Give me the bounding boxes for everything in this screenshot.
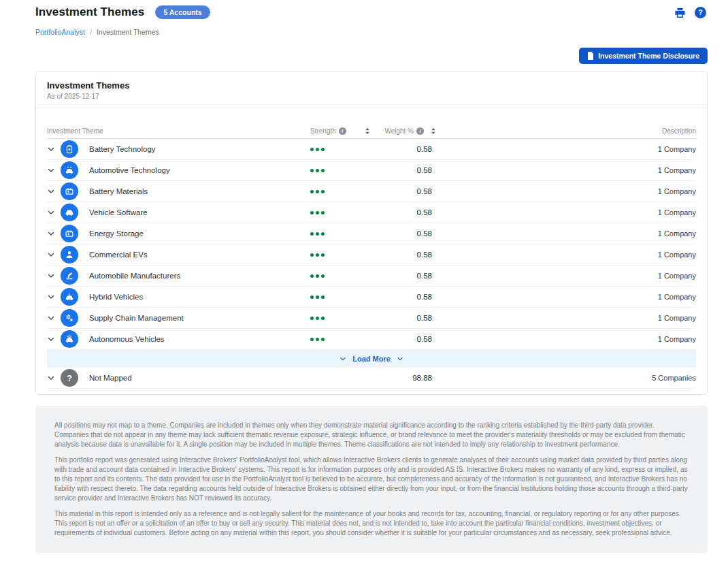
- description-value: 1 Company: [436, 145, 696, 153]
- strength-dot: [321, 169, 325, 172]
- sort-weight-icon[interactable]: [431, 127, 436, 135]
- chevron-down-icon[interactable]: [47, 145, 61, 153]
- table-row[interactable]: Battery Materials 0.58 1 Company: [47, 181, 696, 202]
- table-row[interactable]: Battery Technology 0.58 1 Company: [47, 139, 696, 160]
- strength-dots: [310, 274, 371, 278]
- strength-dot: [321, 274, 325, 278]
- weight-info-icon[interactable]: i: [416, 127, 424, 135]
- strength-dot: [316, 317, 319, 320]
- document-icon: [587, 52, 594, 60]
- chevron-down-icon[interactable]: [47, 187, 61, 195]
- ev-charger-icon: [61, 140, 78, 158]
- description-value: 1 Company: [436, 251, 696, 259]
- strength-dot: [316, 169, 319, 172]
- table-row[interactable]: Supply Chain Management 0.58 1 Company: [47, 308, 696, 329]
- weight-value: 0.58: [371, 187, 436, 195]
- portfolio-analyst-page: Investment Themes 5 Accounts ? Portfolio…: [0, 0, 728, 561]
- strength-dot: [310, 253, 314, 257]
- table-row[interactable]: Energy Storage 0.58 1 Company: [47, 223, 696, 244]
- as-of-date: As of 2025-12-17: [47, 93, 696, 100]
- strength-dots: [310, 232, 371, 236]
- strength-dots: [310, 317, 371, 320]
- strength-dot: [310, 317, 314, 320]
- disclaimer-text: All positions may not map to a theme. Co…: [35, 406, 708, 553]
- description-value: 1 Company: [436, 335, 696, 343]
- strength-dots: [310, 190, 371, 193]
- strength-dots: [310, 253, 371, 257]
- strength-dot: [321, 190, 325, 193]
- breadcrumb: PortfolioAnalyst / Investment Themes: [35, 28, 708, 36]
- chevron-down-icon[interactable]: [47, 293, 61, 301]
- table-header-row: Investment Theme Strength i Weight % i: [47, 123, 696, 139]
- sort-strength-icon[interactable]: [365, 127, 370, 135]
- strength-dot: [321, 211, 325, 214]
- investment-themes-card: Investment Themes As of 2025-12-17 Inves…: [35, 71, 708, 395]
- theme-name: Battery Technology: [84, 145, 310, 153]
- strength-dot: [310, 295, 314, 299]
- strength-dot: [316, 232, 319, 236]
- column-header-theme: Investment Theme: [47, 127, 310, 135]
- table-row[interactable]: Commercial EVs 0.58 1 Company: [47, 244, 696, 266]
- weight-value: 0.58: [371, 293, 436, 301]
- weight-value: 98.88: [371, 374, 436, 382]
- table-body: Battery Technology 0.58 1 Company Automo…: [47, 139, 696, 350]
- chevron-down-icon[interactable]: [47, 208, 61, 217]
- page-header: Investment Themes 5 Accounts ?: [35, 5, 708, 19]
- strength-dot: [310, 190, 314, 193]
- chevron-down-icon: [340, 355, 346, 362]
- breadcrumb-portfolioanalyst-link[interactable]: PortfolioAnalyst: [35, 28, 85, 36]
- description-value: 1 Company: [436, 293, 696, 301]
- chevron-down-icon[interactable]: [47, 229, 61, 238]
- help-icon[interactable]: ?: [695, 7, 706, 18]
- chevron-down-icon[interactable]: [47, 335, 61, 343]
- strength-dot: [321, 338, 325, 341]
- chevron-down-icon[interactable]: [47, 166, 61, 174]
- chevron-down-icon[interactable]: [47, 314, 61, 322]
- table-row[interactable]: Automobile Manufacturers 0.58 1 Company: [47, 266, 696, 287]
- load-more-button[interactable]: Load More: [47, 350, 696, 368]
- strength-dot: [316, 148, 319, 151]
- description-value: 1 Company: [436, 187, 696, 195]
- disclaimer-paragraph: All positions may not map to a theme. Co…: [54, 421, 689, 449]
- strength-dot: [310, 148, 314, 151]
- table-row[interactable]: Hybrid Vehicles 0.58 1 Company: [47, 287, 696, 308]
- strength-dot: [310, 232, 314, 236]
- weight-value: 0.58: [371, 145, 436, 153]
- strength-dot: [321, 253, 325, 257]
- chevron-down-icon: [397, 355, 403, 362]
- theme-name: Hybrid Vehicles: [84, 293, 310, 301]
- chevron-down-icon[interactable]: [47, 251, 61, 259]
- theme-name: Energy Storage: [84, 229, 310, 238]
- table-row[interactable]: Automotive Technology 0.58 1 Company: [47, 160, 696, 181]
- chevron-down-icon[interactable]: [47, 374, 61, 382]
- weight-value: 0.58: [371, 314, 436, 322]
- theme-name: Automobile Manufacturers: [84, 272, 310, 280]
- description-value: 5 Companies: [436, 374, 696, 382]
- chevron-down-icon[interactable]: [47, 272, 61, 280]
- card-title: Investment Themes: [47, 80, 696, 91]
- autonomous-car-icon: [61, 330, 78, 348]
- not-mapped-row[interactable]: ? Not Mapped 98.88 5 Companies: [47, 368, 696, 389]
- accounts-badge[interactable]: 5 Accounts: [155, 5, 210, 19]
- theme-name: Vehicle Software: [84, 208, 310, 217]
- strength-dot: [321, 148, 325, 151]
- disclosure-button-label: Investment Theme Disclosure: [598, 52, 699, 60]
- column-header-description: Description: [436, 127, 696, 135]
- disclaimer-paragraph: This material in this report is intended…: [54, 509, 689, 538]
- strength-dot: [316, 338, 319, 341]
- table-row[interactable]: Vehicle Software 0.58 1 Company: [47, 202, 696, 223]
- strength-dot: [316, 190, 319, 193]
- print-icon[interactable]: [674, 7, 686, 18]
- robot-arm-icon: [61, 267, 78, 285]
- theme-name: Not Mapped: [84, 374, 310, 382]
- strength-dot: [310, 169, 314, 172]
- table-row[interactable]: Autonomous Vehicles 0.58 1 Company: [47, 329, 696, 350]
- strength-info-icon[interactable]: i: [339, 127, 346, 135]
- description-value: 1 Company: [436, 208, 696, 217]
- column-header-strength: Strength i: [310, 127, 371, 135]
- description-value: 1 Company: [436, 272, 696, 280]
- battery-icon: [61, 225, 78, 242]
- investment-theme-disclosure-button[interactable]: Investment Theme Disclosure: [579, 48, 708, 64]
- strength-dots: [310, 295, 371, 299]
- weight-value: 0.58: [371, 229, 436, 238]
